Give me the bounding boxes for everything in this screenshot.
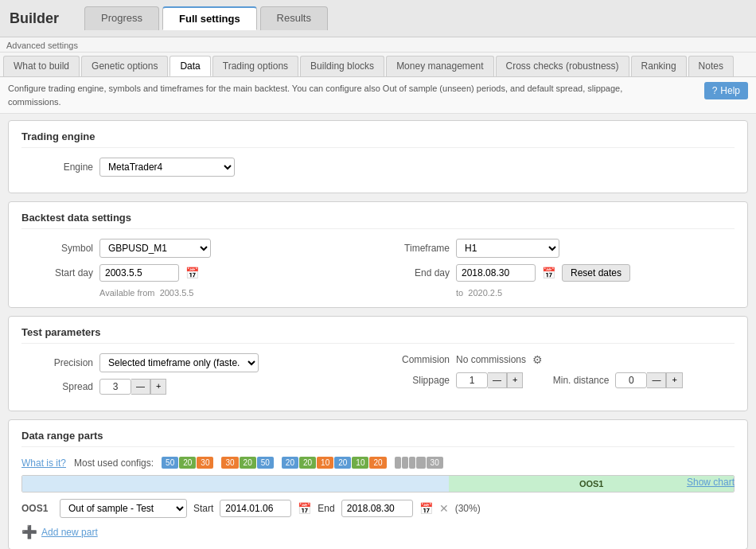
end-label: End (318, 503, 334, 514)
oos1-start-input[interactable] (220, 500, 291, 517)
gear-icon[interactable]: ⚙ (532, 353, 543, 366)
chip-pattern-1[interactable] (395, 457, 401, 469)
oos1-row: OOS1 Out of sample - Test Out of sample … (21, 499, 735, 518)
start-day-row: Start day 📅 (21, 264, 370, 282)
tab-results[interactable]: Results (260, 6, 328, 30)
spread-row: Spread 3 — + (21, 379, 370, 395)
slippage-decrease-button[interactable]: — (488, 372, 507, 387)
test-params-title: Test parameters (21, 326, 735, 344)
engine-select[interactable]: MetaTrader4 MetaTrader5 cTrader (99, 158, 235, 177)
test-params-columns: Precision Selected timeframe only (faste… (21, 353, 735, 401)
tab-genetic-options[interactable]: Genetic options (81, 56, 168, 76)
engine-label: Engine (21, 162, 93, 173)
spread-value: 3 (99, 379, 131, 395)
data-range-title: Data range parts (21, 430, 735, 447)
add-new-part-link[interactable]: Add new part (41, 527, 98, 538)
spread-stepper: 3 — + (99, 379, 166, 395)
reset-dates-button[interactable]: Reset dates (562, 264, 630, 282)
slippage-min-row: Slippage 1 — + Min. distance 0 — + (386, 372, 735, 388)
chip-group-2: 30 20 50 (221, 457, 273, 469)
backtest-title: Backtest data settings (21, 212, 735, 229)
spread-increase-button[interactable]: + (150, 379, 166, 394)
tab-money-management[interactable]: Money management (386, 56, 493, 76)
slippage-increase-button[interactable]: + (507, 372, 523, 387)
spread-decrease-button[interactable]: — (131, 379, 150, 394)
chip-20-3b[interactable]: 20 (299, 457, 316, 469)
symbol-row: Symbol GBPUSD_M1 EURUSD_M1 (21, 239, 370, 258)
app-title: Builder (10, 10, 59, 27)
start-day-calendar-icon[interactable]: 📅 (185, 267, 199, 279)
backtest-section: Backtest data settings Symbol GBPUSD_M1 … (8, 201, 748, 308)
backtest-columns: Symbol GBPUSD_M1 EURUSD_M1 Start day 📅 A… (21, 239, 735, 298)
oos1-start-calendar-icon[interactable]: 📅 (298, 502, 311, 515)
slippage-value: 1 (456, 372, 488, 388)
trading-engine-title: Trading engine (21, 130, 735, 148)
tab-building-blocks[interactable]: Building blocks (300, 56, 384, 76)
end-day-calendar-icon[interactable]: 📅 (542, 267, 555, 279)
chip-30-2[interactable]: 30 (221, 457, 238, 469)
chip-20-2[interactable]: 20 (240, 457, 256, 469)
oos1-percentage: (30%) (455, 503, 481, 514)
chip-20-3c[interactable]: 20 (334, 457, 351, 469)
commission-row: Commision No commissions ⚙ (386, 353, 735, 366)
backtest-right-col: Timeframe M1M5M15M30 H1H4D1 End day 📅 Re… (386, 239, 735, 298)
tab-data[interactable]: Data (170, 56, 210, 76)
chip-20-3a[interactable]: 20 (282, 457, 298, 469)
tab-cross-checks[interactable]: Cross checks (robustness) (496, 56, 629, 76)
test-params-section: Test parameters Precision Selected timef… (8, 316, 748, 411)
chip-30-4[interactable]: 30 (427, 457, 443, 469)
chip-pattern-2[interactable] (402, 457, 408, 469)
to-label: to (456, 288, 463, 298)
tab-what-to-build[interactable]: What to build (3, 56, 80, 76)
add-part-icon[interactable]: ➕ (21, 524, 37, 539)
oos1-remove-button[interactable]: ✕ (439, 502, 449, 515)
min-distance-label: Min. distance (545, 375, 609, 386)
precision-label: Precision (21, 357, 93, 368)
tab-progress[interactable]: Progress (84, 6, 159, 30)
tab-trading-options[interactable]: Trading options (212, 56, 298, 76)
chip-20-3d[interactable]: 20 (369, 457, 386, 469)
available-from-row: Available from 2003.5.5 (99, 288, 370, 298)
chip-50-1[interactable]: 50 (162, 457, 178, 469)
oos1-end-calendar-icon[interactable]: 📅 (419, 502, 433, 515)
chip-30-1[interactable]: 30 (197, 457, 213, 469)
chip-pattern-3[interactable] (409, 457, 415, 469)
advanced-settings-label: Advanced settings (0, 37, 756, 53)
chip-50-2[interactable]: 50 (257, 457, 274, 469)
app-header: Builder Progress Full settings Results (0, 0, 756, 37)
chip-10-3a[interactable]: 10 (317, 457, 333, 469)
chip-pattern-4[interactable] (416, 457, 426, 469)
timeline-container: OOS1 Show chart (21, 475, 735, 493)
help-button[interactable]: ? Help (704, 82, 748, 99)
timeframe-label: Timeframe (386, 243, 450, 254)
start-day-input[interactable] (99, 264, 179, 282)
oos1-type-select[interactable]: Out of sample - Test Out of sample - Val… (60, 499, 187, 518)
available-from-label: Available from (99, 288, 155, 298)
timeframe-select[interactable]: M1M5M15M30 H1H4D1 (456, 239, 559, 258)
most-used-label: Most used configs: (74, 458, 154, 469)
info-bar: Configure trading engine, symbols and ti… (0, 77, 756, 114)
info-text: Configure trading engine, symbols and ti… (8, 82, 661, 108)
what-is-it-link[interactable]: What is it? (21, 458, 66, 469)
spread-label: Spread (21, 381, 93, 392)
end-day-input[interactable] (456, 264, 536, 282)
test-params-right: Commision No commissions ⚙ Slippage 1 — … (386, 353, 735, 401)
tab-notes[interactable]: Notes (688, 56, 734, 76)
end-day-row: End day 📅 Reset dates (386, 264, 735, 282)
chip-20-1[interactable]: 20 (179, 457, 196, 469)
commission-label: Commision (386, 354, 450, 365)
oos1-end-input[interactable] (341, 500, 413, 517)
chip-10-3b[interactable]: 10 (352, 457, 368, 469)
tab-full-settings[interactable]: Full settings (162, 6, 257, 30)
symbol-select[interactable]: GBPUSD_M1 EURUSD_M1 (99, 239, 211, 258)
start-label: Start (193, 503, 213, 514)
data-range-section: Data range parts What is it? Most used c… (8, 419, 748, 549)
min-distance-decrease-button[interactable]: — (647, 372, 666, 387)
min-distance-increase-button[interactable]: + (666, 372, 682, 387)
chip-group-1: 50 20 30 (162, 457, 213, 469)
chip-group-4: 30 (395, 457, 443, 469)
show-chart-link[interactable]: Show chart (687, 477, 735, 488)
symbol-label: Symbol (21, 243, 93, 254)
tab-ranking[interactable]: Ranking (631, 56, 687, 76)
precision-select[interactable]: Selected timeframe only (faste... Every … (99, 353, 259, 372)
